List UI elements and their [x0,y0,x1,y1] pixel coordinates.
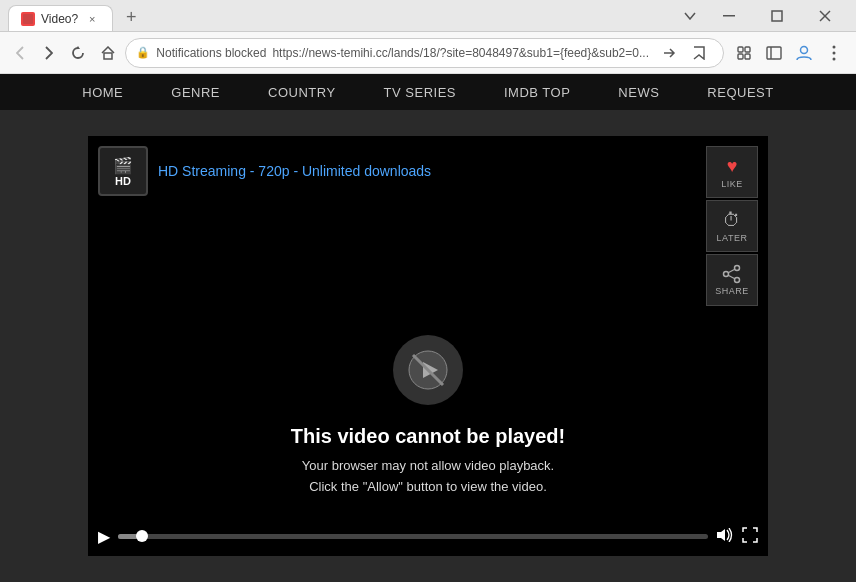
svg-rect-10 [767,47,781,59]
sidebar-button[interactable] [760,39,788,67]
nav-item-tv-series[interactable]: TV SERIES [360,74,480,110]
video-error-area: This video cannot be played! Your browse… [88,316,768,516]
heart-icon: ♥ [727,156,738,177]
progress-bar[interactable] [118,534,708,539]
video-header: 🎬 HD HD Streaming - 720p - Unlimited dow… [88,136,768,316]
svg-rect-9 [745,54,750,59]
film-reel-icon: 🎬 [113,156,133,175]
window-controls [676,0,848,32]
nav-item-country[interactable]: COUNTRY [244,74,360,110]
svg-rect-8 [738,54,743,59]
forward-button[interactable] [37,39,60,67]
back-button[interactable] [8,39,31,67]
active-tab[interactable]: Video? × [8,5,113,31]
share-icon [722,264,742,284]
tab-title: Video? [41,12,78,26]
later-button[interactable]: ⏱ LATER [706,200,758,252]
video-title-area: 🎬 HD HD Streaming - 720p - Unlimited dow… [98,146,431,196]
bookmark-button[interactable] [685,39,713,67]
video-error-sub1: Your browser may not allow video playbac… [302,456,554,498]
svg-rect-7 [745,47,750,52]
extensions-button[interactable] [730,39,758,67]
nav-item-request[interactable]: REQUEST [683,74,797,110]
address-actions [655,39,713,67]
volume-button[interactable] [716,528,734,545]
chevron-down-icon [676,2,704,30]
play-blocked-icon [408,350,448,390]
menu-button[interactable] [820,39,848,67]
video-title[interactable]: HD Streaming - 720p - Unlimited download… [158,163,431,179]
profile-button[interactable] [790,39,818,67]
video-player: 🎬 HD HD Streaming - 720p - Unlimited dow… [88,136,768,556]
address-bar: 🔒 Notifications blocked https://news-tem… [0,32,856,74]
close-button[interactable] [802,0,848,32]
svg-point-18 [724,272,729,277]
like-button[interactable]: ♥ LIKE [706,146,758,198]
home-button[interactable] [96,39,119,67]
page-content: 🎬 HD HD Streaming - 720p - Unlimited dow… [0,110,856,582]
progress-thumb [136,530,148,542]
site-navigation: HOME GENRE COUNTRY TV SERIES IMDB TOP NE… [0,74,856,110]
video-sidebar-buttons: ♥ LIKE ⏱ LATER SHARE [706,146,758,306]
lock-icon: 🔒 [136,46,150,59]
tab-close-button[interactable]: × [84,11,100,27]
share-page-button[interactable] [655,39,683,67]
like-label: LIKE [721,179,743,189]
svg-point-16 [735,266,740,271]
svg-point-15 [832,57,835,60]
share-button[interactable]: SHARE [706,254,758,306]
toolbar-actions [730,39,848,67]
nav-item-imdb-top[interactable]: IMDB TOP [480,74,594,110]
hd-label: HD [115,175,131,187]
svg-rect-2 [772,11,782,21]
svg-rect-6 [738,47,743,52]
minimize-button[interactable] [706,0,752,32]
hd-badge: 🎬 HD [98,146,148,196]
video-controls: ▶ [88,516,768,556]
svg-point-14 [832,51,835,54]
tab-favicon [21,12,35,26]
blocked-play-icon [393,335,463,405]
fullscreen-button[interactable] [742,527,758,546]
later-label: LATER [717,233,748,243]
maximize-button[interactable] [754,0,800,32]
svg-rect-5 [104,53,112,59]
play-button[interactable]: ▶ [98,527,110,546]
clock-icon: ⏱ [723,210,741,231]
video-error-title: This video cannot be played! [291,425,566,448]
nav-item-genre[interactable]: GENRE [147,74,244,110]
svg-line-20 [728,275,735,279]
svg-rect-0 [23,14,33,24]
title-bar: Video? × + [0,0,856,32]
progress-fill [118,534,138,539]
browser-window: Video? × + [0,0,856,582]
svg-point-17 [735,278,740,283]
svg-marker-24 [717,529,725,541]
notifications-blocked-label: Notifications blocked [156,46,266,60]
url-text: https://news-temihi.cc/lands/18/?site=80… [272,46,649,60]
tab-bar: Video? × + [8,0,676,31]
nav-item-home[interactable]: HOME [58,74,147,110]
new-tab-button[interactable]: + [117,3,145,31]
svg-line-19 [728,269,735,273]
svg-rect-1 [723,15,735,17]
share-label: SHARE [715,286,749,296]
refresh-button[interactable] [67,39,90,67]
svg-point-13 [832,45,835,48]
svg-point-12 [800,46,807,53]
nav-item-news[interactable]: NEWS [594,74,683,110]
url-field[interactable]: 🔒 Notifications blocked https://news-tem… [125,38,724,68]
